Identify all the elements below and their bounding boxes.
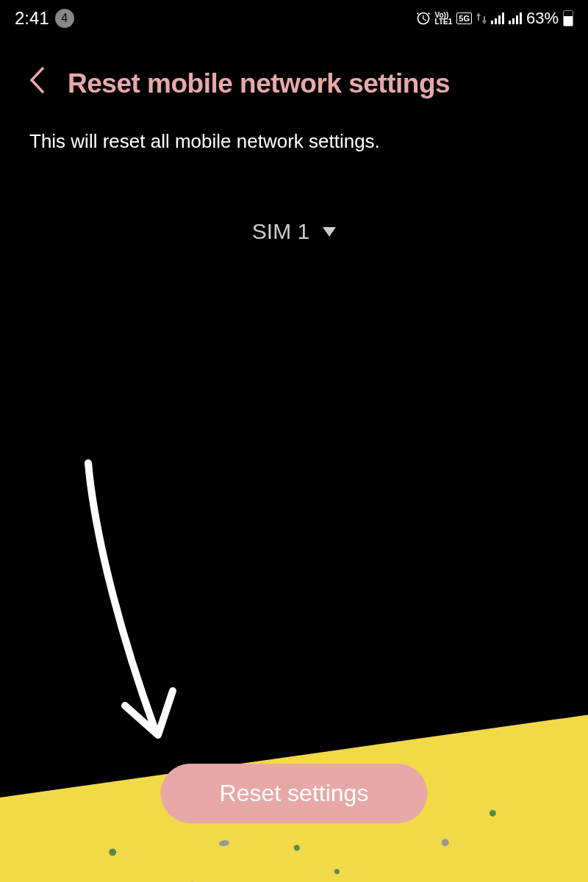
alarm-icon bbox=[416, 11, 431, 26]
chevron-down-icon bbox=[323, 227, 336, 237]
reset-settings-button[interactable]: Reset settings bbox=[161, 764, 428, 823]
network-type-badge: 5G bbox=[456, 12, 472, 24]
volte-indicator: Vo)) LTE1 bbox=[435, 12, 453, 25]
battery-icon bbox=[563, 10, 573, 26]
status-bar: 2:41 4 Vo)) LTE1 5G 63% bbox=[0, 0, 588, 37]
page-header: Reset mobile network settings bbox=[0, 37, 588, 115]
status-right: Vo)) LTE1 5G 63% bbox=[416, 9, 573, 28]
signal-strength-icon-2 bbox=[509, 12, 522, 24]
data-arrows-icon bbox=[476, 12, 487, 24]
annotation-arrow-icon bbox=[44, 456, 191, 767]
signal-strength-icon-1 bbox=[491, 12, 504, 24]
sim-selector-dropdown[interactable]: SIM 1 bbox=[0, 219, 588, 244]
description-text: This will reset all mobile network setti… bbox=[0, 115, 588, 168]
battery-percentage: 63% bbox=[526, 9, 559, 28]
clock-time: 2:41 bbox=[15, 8, 49, 29]
back-icon[interactable] bbox=[29, 66, 46, 101]
status-left: 2:41 4 bbox=[15, 8, 74, 29]
page-title: Reset mobile network settings bbox=[68, 68, 450, 99]
sim-label: SIM 1 bbox=[252, 219, 309, 244]
notification-count-badge: 4 bbox=[55, 9, 74, 28]
